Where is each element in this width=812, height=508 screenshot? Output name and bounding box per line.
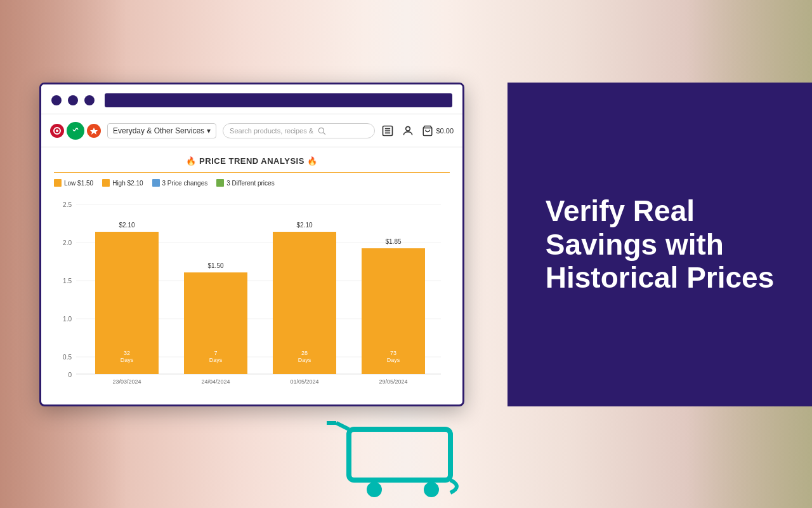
traffic-light-1 — [51, 95, 62, 105]
chart-legend: Low $1.50 High $2.10 3 Price changes 3 D… — [54, 179, 450, 187]
legend-low-box — [54, 179, 62, 187]
price-trend-section: 🔥 PRICE TREND ANALYSIS 🔥 Low $1.50 High … — [41, 147, 462, 401]
chart-title: 🔥 PRICE TREND ANALYSIS 🔥 — [54, 156, 450, 166]
woolworths-nav: Everyday & Other Services ▾ Search produ… — [41, 114, 462, 147]
svg-point-3 — [367, 482, 382, 497]
svg-text:$1.50: $1.50 — [207, 262, 223, 269]
chart-divider — [54, 172, 450, 173]
legend-low: Low $1.50 — [54, 179, 93, 187]
svg-point-6 — [56, 130, 58, 132]
promo-text: Verify Real Savings with Historical Pric… — [546, 194, 775, 295]
user-icon[interactable] — [402, 124, 414, 137]
svg-text:$1.85: $1.85 — [385, 238, 401, 245]
svg-point-4 — [424, 482, 439, 497]
svg-text:2.0: 2.0 — [63, 239, 72, 246]
legend-low-label: Low $1.50 — [64, 180, 93, 187]
promo-line3: Historical Prices — [546, 261, 775, 294]
cart-button[interactable]: $0.00 — [422, 125, 454, 137]
svg-text:$2.10: $2.10 — [296, 222, 312, 229]
svg-text:Days: Days — [298, 357, 311, 363]
svg-text:73: 73 — [390, 350, 396, 356]
nav-dropdown-label: Everyday & Other Services — [113, 126, 204, 135]
cart-total: $0.00 — [436, 127, 454, 135]
chevron-down-icon: ▾ — [207, 126, 211, 135]
traffic-light-3 — [84, 95, 95, 105]
svg-text:0.5: 0.5 — [63, 354, 72, 361]
promo-panel: Verify Real Savings with Historical Pric… — [508, 83, 812, 406]
nav-icons: $0.00 — [381, 124, 454, 137]
svg-point-7 — [318, 128, 324, 133]
browser-titlebar — [41, 84, 462, 114]
svg-text:Days: Days — [387, 357, 400, 363]
svg-rect-0 — [349, 429, 450, 480]
svg-text:24/04/2024: 24/04/2024 — [201, 378, 230, 385]
legend-high-label: High $2.10 — [112, 180, 143, 187]
address-bar — [105, 93, 452, 107]
svg-text:$2.10: $2.10 — [119, 222, 134, 229]
svg-text:01/05/2024: 01/05/2024 — [290, 378, 318, 385]
svg-text:1.5: 1.5 — [63, 277, 72, 284]
svg-text:Days: Days — [121, 357, 134, 363]
svg-text:28: 28 — [301, 350, 308, 356]
legend-high: High $2.10 — [102, 179, 143, 187]
svg-line-1 — [336, 423, 349, 429]
logo-red — [50, 124, 64, 138]
svg-text:7: 7 — [214, 350, 217, 356]
browser-window: Everyday & Other Services ▾ Search produ… — [39, 83, 464, 406]
traffic-light-2 — [68, 95, 78, 105]
logo-orange — [87, 124, 101, 138]
svg-text:1.0: 1.0 — [63, 316, 72, 323]
search-text: Search products, recipes & — [230, 127, 313, 135]
cart-icon — [422, 125, 433, 137]
svg-text:0: 0 — [68, 371, 72, 378]
legend-changes-box — [152, 179, 160, 187]
svg-point-13 — [406, 126, 410, 131]
legend-high-box — [102, 179, 110, 187]
bar-chart: 2.5 2.0 1.5 1.0 0.5 0 $2.10 32 Days 23/0… — [54, 193, 447, 390]
search-icon — [317, 126, 326, 135]
svg-text:29/05/2024: 29/05/2024 — [379, 378, 407, 385]
logo-group — [50, 122, 101, 140]
nav-dropdown[interactable]: Everyday & Other Services ▾ — [107, 123, 216, 138]
svg-text:Days: Days — [209, 357, 223, 363]
legend-different-prices: 3 Different prices — [216, 179, 274, 187]
legend-changes-label: 3 Price changes — [162, 180, 208, 187]
svg-text:23/03/2024: 23/03/2024 — [112, 378, 141, 385]
shopping-cart — [324, 417, 488, 502]
list-icon[interactable] — [381, 124, 394, 137]
svg-line-8 — [324, 132, 325, 134]
svg-text:32: 32 — [124, 350, 130, 356]
promo-line1: Verify Real — [546, 194, 695, 227]
legend-price-changes: 3 Price changes — [152, 179, 208, 187]
legend-diff-box — [216, 179, 224, 187]
promo-line2: Savings with — [546, 228, 724, 261]
svg-text:2.5: 2.5 — [63, 201, 72, 208]
search-bar[interactable]: Search products, recipes & — [223, 123, 375, 138]
logo-green — [67, 122, 84, 140]
legend-diff-label: 3 Different prices — [226, 180, 274, 187]
